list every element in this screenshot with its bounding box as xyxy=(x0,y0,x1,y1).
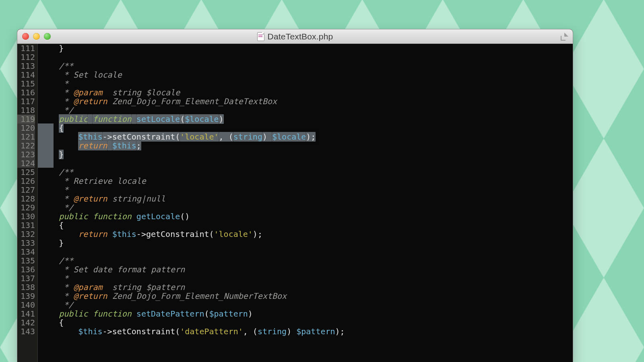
line-number[interactable]: 128 xyxy=(17,194,35,203)
code-line[interactable]: * Retrieve locale xyxy=(39,177,573,185)
window-titlebar[interactable]: DateTextBox.php xyxy=(17,29,573,44)
line-number[interactable]: 139 xyxy=(17,292,35,300)
line-number[interactable]: 143 xyxy=(17,327,35,336)
desktop-background: DateTextBox.php 111112113114115116117118… xyxy=(0,0,644,362)
code-line[interactable]: public function setLocale($locale) xyxy=(39,115,573,123)
line-number[interactable]: 114 xyxy=(17,70,35,79)
code-line[interactable]: */ xyxy=(39,300,573,309)
code-editor[interactable]: 1111121131141151161171181191201211221231… xyxy=(17,44,573,362)
line-number[interactable]: 136 xyxy=(17,265,35,274)
line-number[interactable]: 133 xyxy=(17,239,35,247)
code-line[interactable]: * @param string $pattern xyxy=(39,283,573,292)
code-line[interactable]: { xyxy=(39,123,573,132)
line-number[interactable]: 138 xyxy=(17,283,35,292)
line-number[interactable]: 116 xyxy=(17,88,35,97)
code-line[interactable]: * Set date format pattern xyxy=(39,265,573,274)
code-line[interactable]: return $this->getConstraint('locale'); xyxy=(39,230,573,239)
code-line[interactable]: * @param string $locale xyxy=(39,88,573,97)
code-line[interactable]: * xyxy=(39,185,573,194)
code-line[interactable] xyxy=(39,159,573,168)
line-number[interactable]: 122 xyxy=(17,141,35,150)
code-line[interactable]: * @return Zend_Dojo_Form_Element_DateTex… xyxy=(39,97,573,106)
minimize-window-button[interactable] xyxy=(33,33,40,40)
php-file-icon xyxy=(257,32,264,41)
code-line[interactable]: } xyxy=(39,44,573,53)
code-line[interactable]: } xyxy=(39,239,573,247)
code-line[interactable] xyxy=(39,247,573,256)
line-number[interactable]: 121 xyxy=(17,132,35,141)
code-area[interactable]: } /** * Set locale * * @param string $lo… xyxy=(38,44,573,362)
code-line[interactable]: * @return string|null xyxy=(39,194,573,203)
line-number[interactable]: 125 xyxy=(17,168,35,177)
line-number[interactable]: 135 xyxy=(17,256,35,265)
code-line[interactable]: $this->setConstraint('locale', (string) … xyxy=(39,132,573,141)
code-line[interactable]: return $this; xyxy=(39,141,573,150)
line-number[interactable]: 140 xyxy=(17,300,35,309)
line-number[interactable]: 112 xyxy=(17,53,35,62)
window-title-text: DateTextBox.php xyxy=(268,32,333,41)
code-line[interactable]: } xyxy=(39,150,573,159)
code-line[interactable]: * xyxy=(39,274,573,283)
line-number[interactable]: 142 xyxy=(17,318,35,327)
window-title: DateTextBox.php xyxy=(17,32,573,41)
code-line[interactable]: * Set locale xyxy=(39,70,573,79)
editor-window: DateTextBox.php 111112113114115116117118… xyxy=(17,29,573,362)
line-number[interactable]: 120 xyxy=(17,123,35,132)
line-number[interactable]: 127 xyxy=(17,185,35,194)
zoom-window-button[interactable] xyxy=(44,33,51,40)
line-number[interactable]: 137 xyxy=(17,274,35,283)
code-line[interactable]: { xyxy=(39,318,573,327)
code-line[interactable]: */ xyxy=(39,203,573,212)
code-line[interactable]: public function setDatePattern($pattern) xyxy=(39,309,573,318)
line-number[interactable]: 124 xyxy=(17,159,35,168)
line-number[interactable]: 134 xyxy=(17,247,35,256)
line-number[interactable]: 126 xyxy=(17,177,35,185)
line-number[interactable]: 111 xyxy=(17,44,35,53)
line-number[interactable]: 131 xyxy=(17,221,35,230)
line-number[interactable]: 117 xyxy=(17,97,35,106)
code-line[interactable]: * xyxy=(39,79,573,88)
code-line[interactable] xyxy=(39,53,573,62)
code-line[interactable]: */ xyxy=(39,106,573,115)
line-number[interactable]: 118 xyxy=(17,106,35,115)
line-number[interactable]: 113 xyxy=(17,62,35,70)
line-number[interactable]: 119 xyxy=(17,115,35,123)
traffic-lights xyxy=(22,33,51,40)
line-number[interactable]: 123 xyxy=(17,150,35,159)
line-number[interactable]: 129 xyxy=(17,203,35,212)
line-number[interactable]: 132 xyxy=(17,230,35,239)
code-line[interactable]: public function getLocale() xyxy=(39,212,573,221)
close-window-button[interactable] xyxy=(22,33,29,40)
code-line[interactable]: * @return Zend_Dojo_Form_Element_NumberT… xyxy=(39,292,573,300)
line-number[interactable]: 130 xyxy=(17,212,35,221)
line-number[interactable]: 115 xyxy=(17,79,35,88)
code-line[interactable]: { xyxy=(39,221,573,230)
code-line[interactable]: $this->setConstraint('datePattern', (str… xyxy=(39,327,573,336)
fullscreen-icon[interactable] xyxy=(560,32,569,41)
code-line[interactable]: /** xyxy=(39,62,573,70)
code-line[interactable]: /** xyxy=(39,168,573,177)
code-line[interactable]: /** xyxy=(39,256,573,265)
line-number-gutter[interactable]: 1111121131141151161171181191201211221231… xyxy=(17,44,38,362)
line-number[interactable]: 141 xyxy=(17,309,35,318)
